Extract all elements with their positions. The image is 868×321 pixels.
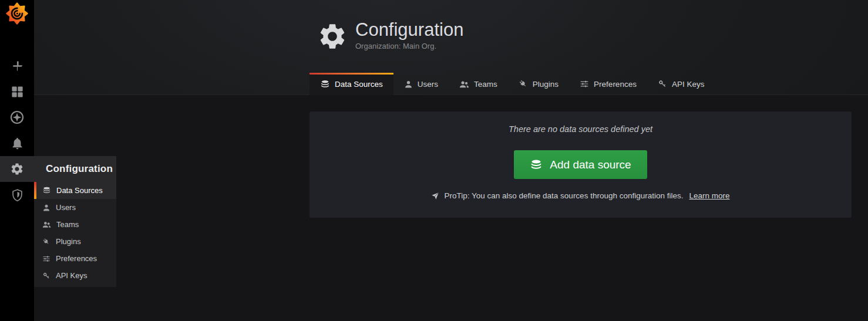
- tab-preferences[interactable]: Preferences: [569, 73, 647, 95]
- key-icon: [42, 272, 51, 280]
- gear-icon: [317, 21, 348, 52]
- tab-label: Teams: [474, 80, 497, 89]
- sidebar-item-server-admin[interactable]: [0, 182, 34, 208]
- sidebar-nav: [0, 53, 34, 208]
- tab-bar: Data Sources Users Teams Plugins Prefere…: [309, 73, 715, 95]
- sidebar-item-configuration[interactable]: [0, 156, 34, 182]
- tab-label: Data Sources: [335, 80, 383, 89]
- user-icon: [404, 80, 413, 89]
- plug-icon: [42, 238, 51, 246]
- users-icon: [42, 220, 51, 229]
- flyout-item-data-sources[interactable]: Data Sources: [34, 182, 116, 199]
- tab-label: API Keys: [672, 80, 705, 89]
- tab-label: Users: [418, 80, 438, 89]
- database-icon: [320, 79, 330, 89]
- bell-icon: [11, 137, 24, 150]
- rocket-icon: [431, 192, 439, 200]
- tab-plugins[interactable]: Plugins: [508, 73, 569, 95]
- flyout-item-users[interactable]: Users: [34, 199, 116, 216]
- add-data-source-label: Add data source: [550, 158, 631, 171]
- learn-more-link[interactable]: Learn more: [689, 191, 729, 200]
- grafana-logo[interactable]: [5, 2, 29, 25]
- flyout-item-teams[interactable]: Teams: [34, 216, 116, 233]
- configuration-flyout: Configuration Data Sources Users Teams P…: [34, 156, 116, 287]
- data-sources-empty-panel: There are no data sources defined yet Ad…: [309, 111, 852, 218]
- page-header-title-group: Configuration Organization: Main Org.: [317, 20, 463, 52]
- empty-state-message: There are no data sources defined yet: [509, 124, 652, 134]
- key-icon: [658, 79, 667, 89]
- flyout-title[interactable]: Configuration: [34, 156, 116, 182]
- grafana-app: Configuration Organization: Main Org. Da…: [0, 0, 868, 321]
- sidebar-item-dashboards[interactable]: [0, 79, 34, 104]
- grafana-logo-icon: [5, 2, 29, 25]
- tab-label: Plugins: [533, 80, 559, 89]
- users-icon: [459, 79, 469, 89]
- plug-icon: [519, 79, 528, 89]
- database-icon: [530, 158, 543, 171]
- page-title: Configuration: [355, 20, 463, 40]
- protip-text: ProTip: You can also define data sources…: [444, 191, 683, 200]
- compass-icon: [10, 110, 24, 124]
- tab-users[interactable]: Users: [393, 73, 449, 95]
- sliders-icon: [42, 255, 51, 263]
- flyout-item-preferences[interactable]: Preferences: [34, 250, 116, 267]
- sidebar-item-create[interactable]: [0, 53, 34, 79]
- sidebar-item-explore[interactable]: [0, 104, 34, 130]
- tab-label: Preferences: [594, 80, 637, 89]
- flyout-menu: Data Sources Users Teams Plugins Prefere…: [34, 182, 116, 287]
- tab-data-sources[interactable]: Data Sources: [309, 73, 393, 95]
- page-subtitle: Organization: Main Org.: [355, 42, 463, 50]
- tab-teams[interactable]: Teams: [449, 73, 508, 95]
- plus-icon: [11, 59, 24, 73]
- database-icon: [42, 186, 51, 195]
- add-data-source-button[interactable]: Add data source: [514, 150, 647, 179]
- flyout-item-label: Users: [56, 203, 76, 212]
- gear-icon: [10, 162, 24, 176]
- sliders-icon: [580, 79, 589, 89]
- sidebar: [0, 0, 34, 321]
- tab-api-keys[interactable]: API Keys: [647, 73, 715, 95]
- dashboards-grid-icon: [11, 85, 24, 99]
- flyout-item-api-keys[interactable]: API Keys: [34, 267, 116, 284]
- user-icon: [42, 204, 51, 212]
- flyout-item-label: API Keys: [56, 271, 87, 280]
- protip: ProTip: You can also define data sources…: [431, 191, 729, 200]
- flyout-item-label: Data Sources: [56, 186, 103, 195]
- page-header: Configuration Organization: Main Org. Da…: [34, 0, 868, 95]
- flyout-item-label: Preferences: [56, 254, 97, 263]
- flyout-item-plugins[interactable]: Plugins: [34, 233, 116, 250]
- flyout-item-label: Plugins: [56, 237, 81, 246]
- shield-icon: [11, 188, 24, 202]
- sidebar-item-alerting[interactable]: [0, 130, 34, 156]
- flyout-item-label: Teams: [56, 220, 79, 229]
